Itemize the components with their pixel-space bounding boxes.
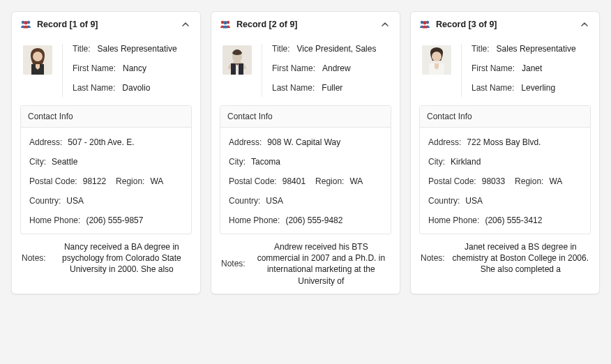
last-name-label: Last Name: xyxy=(73,83,115,93)
home-phone-value: (206) 555-9482 xyxy=(285,215,342,225)
region-label: Region: xyxy=(315,176,344,186)
record-card: Record [3 of 9]Title:Sales Representativ… xyxy=(410,11,600,294)
region-value: WA xyxy=(549,176,562,186)
divider xyxy=(461,44,462,97)
country-value: USA xyxy=(465,196,483,206)
card-header[interactable]: Record [3 of 9] xyxy=(411,12,599,37)
country-label: Country: xyxy=(428,196,460,206)
card-title: Record [3 of 9] xyxy=(436,20,580,29)
first-name-value: Janet xyxy=(522,63,542,73)
first-name-value: Andrew xyxy=(322,63,351,73)
svg-point-4 xyxy=(33,52,43,61)
first-name-label: First Name: xyxy=(272,63,315,73)
city-label: City: xyxy=(229,157,246,167)
title-value: Sales Representative xyxy=(98,44,177,54)
record-card: Record [2 of 9]Title:Vice President, Sal… xyxy=(211,11,400,294)
address-label: Address: xyxy=(229,137,262,147)
city-value: Seattle xyxy=(52,157,77,167)
profile-section: Title:Sales RepresentativeFirst Name:Nan… xyxy=(12,37,200,101)
contacts-icon xyxy=(20,19,31,30)
first-name-label: First Name: xyxy=(73,63,116,73)
region-label: Region: xyxy=(515,176,543,186)
city-label: City: xyxy=(428,157,445,167)
card-title: Record [1 of 9] xyxy=(37,20,181,29)
notes-value: Janet received a BS degree in chemistry … xyxy=(452,241,589,275)
contacts-icon xyxy=(419,19,430,30)
notes-value: Andrew received his BTS commercial in 20… xyxy=(252,241,390,287)
contact-info-header: Contact Info xyxy=(420,106,590,128)
avatar xyxy=(422,45,451,75)
title-value: Sales Representative xyxy=(497,44,576,54)
title-value: Vice President, Sales xyxy=(297,44,377,54)
svg-point-8 xyxy=(223,21,227,24)
svg-point-16 xyxy=(432,52,442,61)
home-phone-label: Home Phone: xyxy=(29,215,80,225)
address-value: 908 W. Capital Way xyxy=(267,137,340,147)
card-header[interactable]: Record [1 of 9] xyxy=(12,12,200,37)
title-label: Title: xyxy=(73,44,91,54)
notes-row: Notes:Andrew received his BTS commercial… xyxy=(211,234,400,287)
country-label: Country: xyxy=(29,196,61,206)
notes-row: Notes:Janet received a BS degree in chem… xyxy=(411,234,599,275)
contacts-icon xyxy=(220,19,231,30)
chevron-up-icon[interactable] xyxy=(580,20,589,29)
home-phone-label: Home Phone: xyxy=(428,215,479,225)
postal-code-value: 98401 xyxy=(282,176,306,186)
postal-code-value: 98033 xyxy=(482,176,505,186)
postal-code-label: Postal Code: xyxy=(229,176,277,186)
profile-section: Title:Vice President, SalesFirst Name:An… xyxy=(211,37,400,101)
contact-info-panel: Contact InfoAddress:722 Moss Bay Blvd.Ci… xyxy=(419,105,591,234)
notes-value: Nancy received a BA degree in psychology… xyxy=(53,241,190,275)
country-label: Country: xyxy=(229,196,260,206)
country-value: USA xyxy=(266,196,283,206)
address-label: Address: xyxy=(29,137,62,147)
city-label: City: xyxy=(29,157,46,167)
address-label: Address: xyxy=(428,137,461,147)
chevron-up-icon[interactable] xyxy=(181,20,190,29)
contact-info-panel: Contact InfoAddress:908 W. Capital WayCi… xyxy=(220,105,391,234)
last-name-value: Fuller xyxy=(322,83,342,93)
postal-code-label: Postal Code: xyxy=(428,176,476,186)
contact-info-header: Contact Info xyxy=(21,106,191,128)
city-value: Tacoma xyxy=(251,157,280,167)
notes-label: Notes: xyxy=(22,253,46,263)
region-label: Region: xyxy=(116,176,144,186)
last-name-value: Leverling xyxy=(521,83,555,93)
record-card: Record [1 of 9]Title:Sales Representativ… xyxy=(11,11,201,294)
title-label: Title: xyxy=(472,44,490,54)
title-label: Title: xyxy=(272,44,290,54)
last-name-label: Last Name: xyxy=(472,83,514,93)
notes-label: Notes: xyxy=(221,259,246,268)
last-name-value: Davolio xyxy=(122,83,150,93)
region-value: WA xyxy=(349,176,363,186)
first-name-value: Nancy xyxy=(123,63,146,73)
city-value: Kirkland xyxy=(451,157,481,167)
address-value: 722 Moss Bay Blvd. xyxy=(467,137,541,147)
postal-code-label: Postal Code: xyxy=(29,176,77,186)
home-phone-value: (206) 555-3412 xyxy=(485,215,542,225)
notes-label: Notes: xyxy=(421,253,445,263)
chevron-up-icon[interactable] xyxy=(380,20,390,29)
home-phone-value: (206) 555-9857 xyxy=(86,215,143,225)
avatar xyxy=(23,45,52,75)
avatar xyxy=(222,45,252,75)
svg-point-14 xyxy=(423,21,426,24)
cards-container: Record [1 of 9]Title:Sales Representativ… xyxy=(0,0,611,305)
card-header[interactable]: Record [2 of 9] xyxy=(211,12,400,37)
region-value: WA xyxy=(150,176,163,186)
divider xyxy=(262,44,262,97)
divider xyxy=(62,44,63,97)
country-value: USA xyxy=(66,196,84,206)
address-value: 507 - 20th Ave. E. xyxy=(68,137,134,147)
first-name-label: First Name: xyxy=(472,63,515,73)
last-name-label: Last Name: xyxy=(272,83,315,93)
contact-info-panel: Contact InfoAddress:507 - 20th Ave. E.Ci… xyxy=(20,105,192,234)
notes-row: Notes:Nancy received a BA degree in psyc… xyxy=(12,234,200,275)
contact-info-header: Contact Info xyxy=(220,106,391,128)
profile-section: Title:Sales RepresentativeFirst Name:Jan… xyxy=(411,37,599,101)
card-title: Record [2 of 9] xyxy=(236,20,380,29)
svg-point-2 xyxy=(24,21,27,24)
home-phone-label: Home Phone: xyxy=(229,215,280,225)
postal-code-value: 98122 xyxy=(83,176,106,186)
